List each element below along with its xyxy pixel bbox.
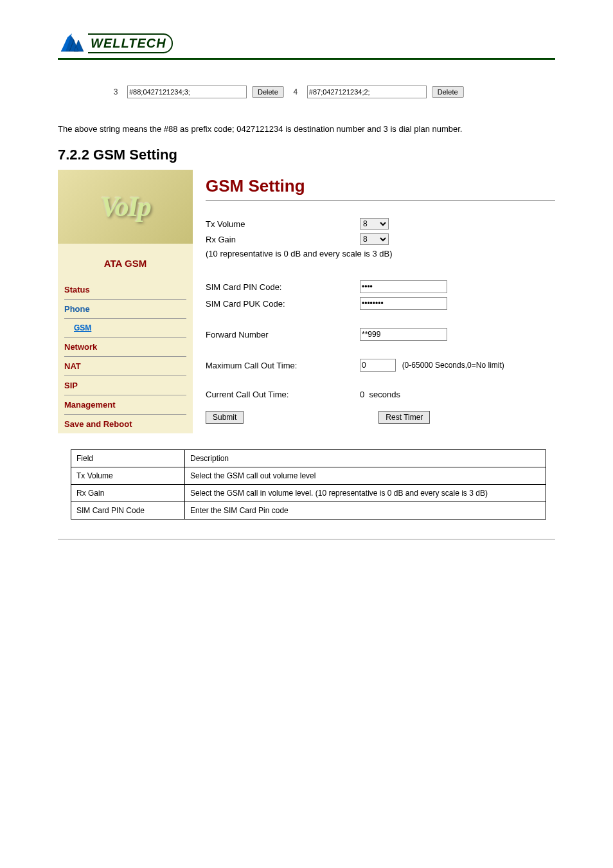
submit-button[interactable]: Submit: [206, 411, 244, 424]
table-row: Rx Gain Select the GSM call in volume le…: [71, 485, 546, 502]
dial-plan-input-3[interactable]: [127, 86, 247, 98]
content-area: GSM Setting Tx Volume 8 Rx Gain 8: [193, 170, 555, 433]
sidebar-nav: Status Phone GSM Network NAT SIP Managem…: [58, 280, 193, 433]
nav-save-reboot[interactable]: Save and Reboot: [64, 415, 186, 433]
logo-header: WELLTECH: [58, 32, 555, 60]
dial-plan-row: 3 Delete 4 Delete: [109, 86, 555, 98]
rest-timer-button[interactable]: Rest Timer: [378, 411, 430, 424]
description-table: Field Description Tx Volume Select the G…: [71, 449, 546, 520]
rx-gain-label: Rx Gain: [206, 235, 360, 244]
nav-management[interactable]: Management: [64, 395, 186, 415]
table-header-field: Field: [71, 450, 185, 467]
puk-input[interactable]: [360, 297, 447, 310]
tx-volume-label: Tx Volume: [206, 219, 360, 229]
nav-sip[interactable]: SIP: [64, 376, 186, 395]
table-row: Tx Volume Select the GSM call out volume…: [71, 467, 546, 485]
string-explanation: The above string means the #88 as prefix…: [58, 124, 555, 134]
nav-nat[interactable]: NAT: [64, 357, 186, 376]
nav-network[interactable]: Network: [64, 338, 186, 357]
table-header-desc: Description: [185, 450, 546, 467]
nav-status[interactable]: Status: [64, 280, 186, 300]
nav-gsm[interactable]: GSM: [64, 319, 186, 338]
table-row: SIM Card PIN Code Enter the SIM Card Pin…: [71, 502, 546, 520]
gsm-admin-panel: VoIp ATA GSM Status Phone GSM Network NA…: [58, 170, 555, 433]
section-heading: 7.2.2 GSM Setting: [58, 147, 555, 163]
tx-volume-select[interactable]: 8: [360, 218, 389, 230]
forward-input[interactable]: [360, 328, 447, 341]
current-call-unit: seconds: [369, 390, 400, 399]
footer-divider: [58, 539, 555, 539]
delete-button-3[interactable]: Delete: [252, 86, 284, 98]
welltech-logo: WELLTECH: [58, 32, 555, 55]
current-call-label: Current Call Out Time:: [206, 390, 360, 399]
row-number-4: 4: [289, 87, 302, 96]
page-title: GSM Setting: [206, 176, 555, 201]
rx-gain-select[interactable]: 8: [360, 233, 389, 245]
sidebar: VoIp ATA GSM Status Phone GSM Network NA…: [58, 170, 193, 433]
dial-plan-input-4[interactable]: [307, 86, 427, 98]
forward-label: Forward Number: [206, 330, 360, 339]
nav-phone[interactable]: Phone: [64, 300, 186, 319]
puk-label: SIM Card PUK Code:: [206, 299, 360, 309]
max-call-label: Maximum Call Out Time:: [206, 361, 360, 370]
max-call-input[interactable]: [360, 359, 396, 372]
pin-input[interactable]: [360, 280, 447, 293]
delete-button-4[interactable]: Delete: [432, 86, 464, 98]
pin-label: SIM Card PIN Code:: [206, 282, 360, 292]
voip-logo: VoIp: [58, 170, 193, 244]
sidebar-title: ATA GSM: [58, 244, 193, 280]
current-call-value: 0: [360, 390, 364, 399]
row-number-3: 3: [109, 87, 122, 96]
max-call-hint: (0-65000 Seconds,0=No limit): [402, 361, 504, 370]
scale-note: (10 representative is 0 dB and every sca…: [206, 249, 555, 258]
logo-text: WELLTECH: [88, 33, 173, 53]
logo-arrow-icon: [58, 32, 87, 55]
